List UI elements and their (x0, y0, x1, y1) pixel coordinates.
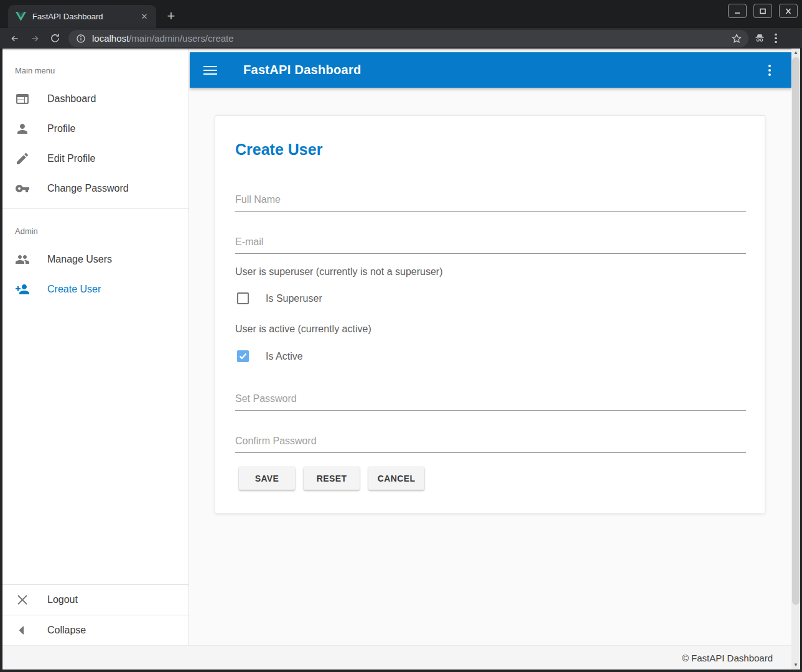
vertical-scrollbar[interactable]: ▲ ▼ (791, 49, 800, 670)
sidebar-item-edit-profile[interactable]: Edit Profile (2, 144, 189, 174)
pencil-icon (15, 151, 30, 166)
back-icon[interactable] (5, 30, 25, 47)
browser-tab[interactable]: FastAPI Dashboard ✕ (8, 5, 156, 28)
maximize-icon[interactable] (753, 4, 772, 18)
tab-title: FastAPI Dashboard (32, 12, 139, 21)
sidebar-item-logout[interactable]: Logout (2, 585, 189, 615)
sidebar-item-label: Change Password (47, 183, 129, 194)
app-title: FastAPI Dashboard (243, 63, 762, 77)
sidebar-section-main-menu: Main menu (2, 49, 189, 84)
minimize-icon[interactable] (728, 4, 747, 18)
sidebar: Main menu Dashboard Profile Edit Profile… (2, 49, 189, 645)
confirm-password-input[interactable] (235, 429, 746, 453)
page-viewport: Main menu Dashboard Profile Edit Profile… (2, 49, 800, 670)
scrollbar-up-arrow-icon[interactable]: ▲ (791, 49, 800, 57)
active-hint: User is active (currently active) (235, 324, 371, 335)
copyright-text: © FastAPI Dashboard (682, 653, 773, 663)
sidebar-item-label: Profile (47, 123, 75, 134)
main-content: FastAPI Dashboard Create User User is su… (190, 49, 792, 645)
scrollbar-thumb[interactable] (792, 57, 800, 605)
sidebar-item-create-user[interactable]: Create User (2, 274, 189, 304)
scrollbar-down-arrow-icon[interactable]: ▼ (791, 661, 800, 670)
people-icon (15, 252, 30, 267)
bookmark-star-icon[interactable] (731, 33, 742, 44)
checkbox-checked-icon[interactable] (237, 350, 249, 362)
sidebar-item-change-password[interactable]: Change Password (2, 174, 189, 203)
page-footer: © FastAPI Dashboard (2, 645, 791, 670)
is-active-checkbox-row[interactable]: Is Active (237, 350, 303, 362)
sidebar-item-manage-users[interactable]: Manage Users (2, 245, 189, 274)
sidebar-item-label: Manage Users (47, 254, 112, 265)
url-path: /main/admin/users/create (129, 33, 233, 44)
full-name-input[interactable] (235, 188, 746, 212)
vue-logo-icon (16, 12, 26, 21)
sidebar-item-label: Collapse (47, 625, 86, 636)
sidebar-item-label: Logout (47, 594, 78, 605)
browser-titlebar: FastAPI Dashboard ✕ + (0, 0, 802, 28)
hamburger-menu-icon[interactable] (203, 63, 218, 78)
browser-toolbar: localhost/main/admin/users/create (0, 28, 802, 49)
tab-close-icon[interactable]: ✕ (139, 11, 150, 22)
page-title: Create User (235, 141, 322, 159)
incognito-icon[interactable] (753, 33, 766, 44)
url-host: localhost (92, 33, 129, 44)
sidebar-item-label: Edit Profile (47, 153, 95, 164)
cancel-button[interactable]: CANCEL (368, 467, 424, 490)
info-icon[interactable] (76, 34, 86, 44)
reset-button[interactable]: RESET (304, 467, 360, 490)
close-x-icon (15, 592, 30, 607)
new-tab-icon[interactable]: + (163, 8, 179, 24)
reload-icon[interactable] (45, 30, 65, 47)
checkbox-label: Is Active (266, 351, 303, 362)
chevron-left-icon (15, 623, 30, 638)
sidebar-bottom: Logout Collapse (2, 584, 189, 645)
sidebar-item-profile[interactable]: Profile (2, 114, 189, 144)
email-input[interactable] (235, 230, 746, 254)
set-password-input[interactable] (235, 387, 746, 411)
app-toolbar: FastAPI Dashboard (190, 52, 792, 88)
url-bar[interactable]: localhost/main/admin/users/create (68, 30, 748, 47)
is-superuser-checkbox-row[interactable]: Is Superuser (237, 292, 322, 304)
key-icon (15, 181, 30, 196)
sidebar-item-label: Dashboard (47, 93, 96, 105)
web-icon (15, 91, 30, 106)
save-button[interactable]: SAVE (239, 467, 295, 490)
window-controls (728, 4, 798, 18)
window-close-icon[interactable] (779, 4, 798, 18)
sidebar-item-label: Create User (47, 284, 101, 295)
sidebar-section-admin: Admin (2, 209, 189, 245)
checkbox-label: Is Superuser (266, 293, 322, 304)
form-buttons: SAVE RESET CANCEL (239, 467, 424, 490)
forward-icon[interactable] (25, 30, 45, 47)
person-add-icon (15, 282, 30, 297)
create-user-card: Create User User is superuser (currently… (215, 115, 765, 514)
sidebar-item-collapse[interactable]: Collapse (2, 615, 189, 645)
superuser-hint: User is superuser (currently is not a su… (235, 266, 442, 278)
browser-menu-icon[interactable] (775, 34, 777, 44)
kebab-menu-icon[interactable] (762, 63, 777, 78)
checkbox-unchecked-icon[interactable] (237, 292, 249, 304)
url-text[interactable]: localhost/main/admin/users/create (92, 33, 731, 44)
sidebar-item-dashboard[interactable]: Dashboard (2, 84, 189, 114)
person-icon (15, 121, 30, 136)
